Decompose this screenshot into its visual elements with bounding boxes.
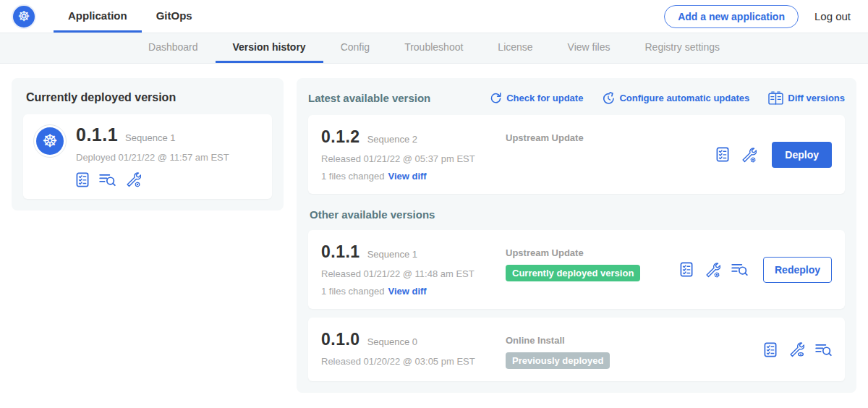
sequence-label: Sequence 1 xyxy=(367,249,417,260)
deployed-version-number: 0.1.1 xyxy=(76,124,118,145)
schedule-update-icon xyxy=(602,92,615,105)
version-actions: Redeploy xyxy=(680,257,832,283)
version-history-panel: Latest available version Check for updat… xyxy=(297,78,856,393)
version-actions xyxy=(764,341,832,357)
deployed-timestamp: Deployed 01/21/22 @ 11:57 am EST xyxy=(76,152,229,163)
released-timestamp: Released 01/21/22 @ 05:37 pm EST xyxy=(321,153,506,164)
app-level-tabs: Application GitOps xyxy=(54,0,207,33)
deploy-logs-icon[interactable] xyxy=(99,172,116,187)
configure-automatic-updates-label: Configure automatic updates xyxy=(619,93,749,103)
version-info: 0.1.0 Sequence 0 Released 01/20/22 @ 03:… xyxy=(321,330,506,367)
view-diff-link[interactable]: View diff xyxy=(388,286,426,297)
kubernetes-logo-icon: ☸ xyxy=(13,6,35,27)
main-content: Currently deployed version ☸ 0.1.1 Seque… xyxy=(0,64,868,407)
tab-application[interactable]: Application xyxy=(54,0,142,33)
files-changed: 1 files changedView diff xyxy=(321,171,506,182)
released-timestamp: Released 01/20/22 @ 03:05 pm EST xyxy=(321,356,506,367)
deployed-version-info: 0.1.1 Sequence 1 Deployed 01/21/22 @ 11:… xyxy=(76,124,229,187)
edit-config-icon[interactable] xyxy=(741,147,757,163)
top-nav: ☸ Application GitOps Add a new applicati… xyxy=(0,0,868,33)
source-label: Upstream Update xyxy=(506,247,680,258)
source-label: Upstream Update xyxy=(506,132,716,143)
edit-config-icon[interactable] xyxy=(125,171,141,187)
diff-versions-label: Diff versions xyxy=(788,93,845,103)
edit-config-icon[interactable] xyxy=(705,262,720,278)
version-row-0-1-1: 0.1.1 Sequence 1 Released 01/21/22 @ 11:… xyxy=(308,230,845,309)
version-source: Online Install Previously deployed xyxy=(506,330,764,369)
tab-gitops[interactable]: GitOps xyxy=(142,0,207,33)
preflight-checks-icon[interactable] xyxy=(764,342,778,357)
subtab-config[interactable]: Config xyxy=(323,33,387,63)
version-info: 0.1.1 Sequence 1 Released 01/21/22 @ 11:… xyxy=(321,242,506,297)
files-changed: 1 files changedView diff xyxy=(321,286,506,297)
check-for-update-link[interactable]: Check for update xyxy=(490,92,583,104)
files-changed-label: 1 files changed xyxy=(321,171,384,182)
currently-deployed-badge: Currently deployed version xyxy=(506,265,640,281)
add-application-button[interactable]: Add a new application xyxy=(664,5,799,28)
app-sub-nav: Dashboard Version history Config Trouble… xyxy=(0,33,868,64)
version-actions: Deploy xyxy=(716,142,832,168)
deploy-logs-icon[interactable] xyxy=(731,262,748,277)
other-versions-heading: Other available versions xyxy=(310,208,845,221)
logout-button[interactable]: Log out xyxy=(814,10,851,22)
check-for-update-label: Check for update xyxy=(506,93,583,103)
version-info: 0.1.2 Sequence 2 Released 01/21/22 @ 05:… xyxy=(321,127,506,182)
deploy-logs-icon[interactable] xyxy=(815,342,832,357)
previously-deployed-badge: Previously deployed xyxy=(506,352,610,369)
panel-actions: Check for update Configure automatic upd… xyxy=(490,91,845,105)
version-number: 0.1.0 xyxy=(321,330,360,349)
subtab-license[interactable]: License xyxy=(480,33,550,63)
preflight-checks-icon[interactable] xyxy=(716,147,730,162)
sequence-label: Sequence 2 xyxy=(367,134,417,145)
preflight-checks-icon[interactable] xyxy=(76,172,90,187)
version-number: 0.1.1 xyxy=(321,242,360,262)
configure-automatic-updates-link[interactable]: Configure automatic updates xyxy=(602,92,749,105)
preflight-checks-icon[interactable] xyxy=(680,262,694,277)
currently-deployed-title: Currently deployed version xyxy=(26,91,272,104)
tab-application-label: Application xyxy=(68,9,127,22)
source-label: Online Install xyxy=(506,335,764,346)
subtab-troubleshoot[interactable]: Troubleshoot xyxy=(387,33,480,63)
kubernetes-wheel-glyph: ☸ xyxy=(17,9,30,23)
version-row-0-1-2: 0.1.2 Sequence 2 Released 01/21/22 @ 05:… xyxy=(308,115,845,194)
deployed-version-card: ☸ 0.1.1 Sequence 1 Deployed 01/21/22 @ 1… xyxy=(23,114,272,199)
diff-icon xyxy=(768,91,783,105)
top-nav-right: Add a new application Log out xyxy=(664,0,851,33)
version-row-0-1-0: 0.1.0 Sequence 0 Released 01/20/22 @ 03:… xyxy=(308,318,845,381)
version-source: Upstream Update Currently deployed versi… xyxy=(506,242,680,281)
subtab-registry-settings[interactable]: Registry settings xyxy=(628,33,737,63)
latest-version-heading: Latest available version xyxy=(308,92,430,104)
subtab-version-history[interactable]: Version history xyxy=(216,33,323,63)
released-timestamp: Released 01/21/22 @ 11:48 am EST xyxy=(321,268,506,279)
subtab-view-files[interactable]: View files xyxy=(550,33,628,63)
deployed-sequence-label: Sequence 1 xyxy=(125,132,175,143)
view-config-icon[interactable] xyxy=(788,341,804,357)
subtab-dashboard[interactable]: Dashboard xyxy=(131,33,216,63)
deploy-button[interactable]: Deploy xyxy=(772,142,832,168)
files-changed-label: 1 files changed xyxy=(321,286,384,297)
sequence-label: Sequence 0 xyxy=(367,336,417,347)
redeploy-button[interactable]: Redeploy xyxy=(763,257,832,283)
currently-deployed-card: Currently deployed version ☸ 0.1.1 Seque… xyxy=(12,78,284,211)
tab-gitops-label: GitOps xyxy=(156,9,192,22)
diff-versions-link[interactable]: Diff versions xyxy=(768,91,845,105)
kubernetes-wheel-glyph: ☸ xyxy=(42,132,58,150)
version-number: 0.1.2 xyxy=(321,127,360,147)
refresh-icon xyxy=(490,92,502,104)
panel-header: Latest available version Check for updat… xyxy=(308,91,845,105)
version-source: Upstream Update xyxy=(506,127,716,143)
app-logo-icon: ☸ xyxy=(33,124,67,158)
view-diff-link[interactable]: View diff xyxy=(388,171,426,182)
